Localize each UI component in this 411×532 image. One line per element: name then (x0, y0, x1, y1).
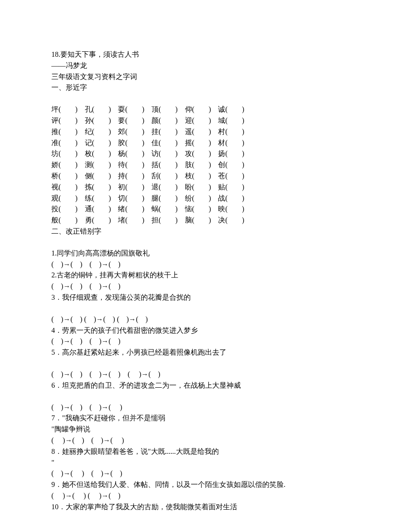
q7-text-b: "陶罐争辫说 (51, 424, 362, 435)
q8-text-b: " (51, 457, 362, 469)
spacer (51, 391, 362, 402)
spacer (51, 303, 362, 314)
section-1-title: 一、形近字 (51, 82, 362, 93)
q1-text: 1.同学们向高高漂杨的国旗敬礼 (51, 248, 362, 259)
q9-ans: ( )→( ) ( )→( ) (51, 490, 362, 502)
q4-ans: ( )→( ) ( )→( ) (51, 336, 362, 347)
q2-text: 2.古老的铜钟，挂再大青树粗状的枝干上 (51, 270, 362, 281)
grid-row: 投( ) 通( ) 绪( ) 蜗( ) 恼( ) 映( ) (51, 204, 362, 215)
grid-row: 娇( ) 测( ) 待( ) 括( ) 肢( ) 创( ) (51, 159, 362, 171)
header-line-1: 18.要知天下事，须读古人书 (51, 49, 362, 60)
grid-row: 坊( ) 枚( ) 杨( ) 访( ) 攻( ) 扬( ) (51, 148, 362, 159)
header-line-3: 三年级语文复习资料之字词 (51, 71, 362, 83)
spacer (51, 93, 362, 104)
q4-text: 4．劳累一天的孩子们代着甜密的微笑进入梦乡 (51, 325, 362, 336)
q6-ans: ( )→( ) ( )→( ) (51, 402, 362, 413)
spacer (51, 237, 362, 248)
grid-row: 准( ) 记( ) 胶( ) 佳( ) 摇( ) 材( ) (51, 138, 362, 149)
q7-ans: ( )→( ) ( )→( ) (51, 435, 362, 446)
grid-row: 般( ) 勇( ) 堵( ) 担( ) 脑( ) 决( ) (51, 215, 362, 226)
q5-text: 5．高尔基赶紧站起来，小男孩已经题着照像机跑出去了 (51, 347, 362, 358)
q8-text-a: 8．娃丽挣大眼睛望着爸爸，说"大既......大既是给我的 (51, 446, 362, 457)
q10-text: 10．大家的掌声给了我及大的古励，使我能微笑着面对生活 (51, 502, 362, 513)
section-2-title: 二、改正错别字 (51, 226, 362, 237)
q6-text: 6．坦克把盾的自卫、矛的进攻盒二为一，在战杨上大显神威 (51, 380, 362, 391)
q7-text-a: 7．"我确实不赶碰你，但并不是懦弱 (51, 413, 362, 424)
grid-row: 推( ) 纪( ) 郊( ) 挂( ) 遥( ) 村( ) (51, 126, 362, 138)
grid-row: 视( ) 拣( ) 初( ) 退( ) 盼( ) 贴( ) (51, 182, 362, 193)
q9-text: 9．她不但送给我们人爱、体帖、同情，以及一个陌生女孩如愿以偿的笑脸. (51, 479, 362, 490)
grid-row: 评( ) 孙( ) 要( ) 颜( ) 迎( ) 城( ) (51, 115, 362, 126)
q8-ans: ( )→( ) ( )→( ) (51, 468, 362, 479)
character-grid: 坪( ) 孔( ) 耍( ) 顶( ) 仰( ) 诚( ) 评( ) 孙( ) … (51, 104, 362, 226)
q1-ans: ( )→( ) ( )→( ) (51, 259, 362, 270)
q5-ans: ( )→( ) ( )→( ) ( )→( ) (51, 369, 362, 380)
spacer (51, 358, 362, 369)
grid-row: 观( ) 练( ) 切( ) 腿( ) 纷( ) 战( ) (51, 193, 362, 204)
grid-row: 桥( ) 侧( ) 持( ) 刮( ) 枝( ) 苍( ) (51, 171, 362, 182)
grid-row: 坪( ) 孔( ) 耍( ) 顶( ) 仰( ) 诚( ) (51, 104, 362, 115)
q2-ans: ( )→( ) ( )→( ) (51, 281, 362, 292)
header-line-2: ——冯梦龙 (51, 60, 362, 71)
q3-text: 3．我仔细观查，发现蒲公英的花瓣是合扰的 (51, 292, 362, 303)
q3-ans: ( )→( ) ( )→( ) ( )→( ) (51, 314, 362, 325)
